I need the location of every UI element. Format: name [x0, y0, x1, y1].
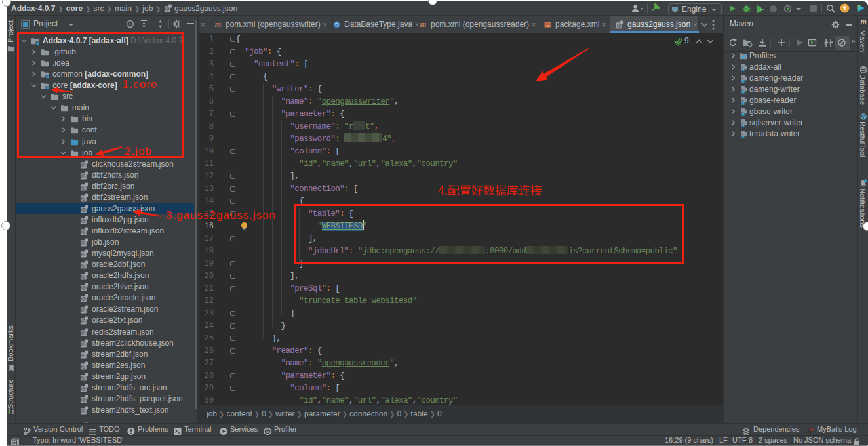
svg-text:G: G: [266, 429, 269, 434]
svg-text:m: m: [860, 18, 866, 26]
